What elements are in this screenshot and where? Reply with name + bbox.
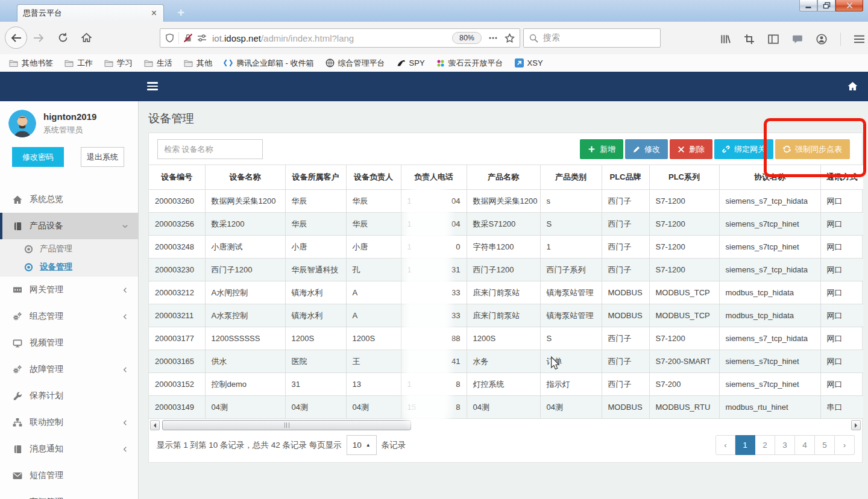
table-row[interactable]: 200003230西门子1200华辰智通科技孔131西门子1200西门子系列西门…: [149, 259, 863, 281]
logout-button[interactable]: 退出系统: [81, 147, 124, 167]
pagination-item[interactable]: ›: [835, 435, 855, 455]
scrollbar-thumb[interactable]: [162, 420, 411, 430]
sidebar-toggle-icon[interactable]: [768, 34, 779, 44]
chat-bubble-icon[interactable]: [792, 34, 803, 44]
delete-button[interactable]: 删除: [670, 139, 712, 159]
table-row[interactable]: 200003256数采1200华辰华辰104数采S71200S西门子S7-120…: [149, 213, 863, 236]
table-row[interactable]: 200003212A水闸控制镇海水利A33庶来门前泵站镇海泵站管理MODBUSM…: [149, 281, 863, 304]
close-button[interactable]: [835, 0, 863, 11]
pagination-page-active[interactable]: 1: [735, 435, 755, 455]
bookmark-item[interactable]: 学习: [104, 58, 133, 69]
scroll-left-arrow[interactable]: [150, 420, 160, 430]
minimize-button[interactable]: [799, 0, 817, 11]
scroll-right-arrow[interactable]: [851, 420, 861, 430]
pagination-item[interactable]: 2: [755, 435, 775, 455]
chevron-left-icon: [122, 419, 128, 426]
permissions-icon[interactable]: [197, 34, 207, 42]
pagination-item[interactable]: ‹: [715, 435, 735, 455]
library-icon[interactable]: [720, 34, 731, 45]
force-sync-button[interactable]: 强制同步点表: [775, 139, 850, 159]
table-row[interactable]: 200003248小唐测试小唐小唐10字符串12001西门子S7-1200sie…: [149, 236, 863, 259]
new-tab-button[interactable]: +: [171, 5, 190, 20]
book-icon: [12, 445, 23, 454]
cell-protocol: siemens_s7tcp_hinet: [719, 213, 820, 236]
table-row[interactable]: 200003260数据网关采集1200华辰华辰104数据网关采集1200s西门子…: [149, 190, 863, 213]
sidebar-item-label: 联动控制: [30, 417, 63, 428]
bookmark-item[interactable]: 工作: [64, 58, 93, 69]
screenshot-crop-icon[interactable]: [744, 34, 755, 45]
app-home-icon[interactable]: [848, 81, 858, 91]
column-header: 协议名称: [719, 165, 820, 190]
sidebar-item-overview[interactable]: 系统总览: [0, 186, 138, 213]
bookmark-item[interactable]: 萤石云开放平台: [436, 58, 503, 69]
sidebar-item-maintenance-plan[interactable]: 保养计划: [0, 383, 138, 409]
home-button[interactable]: [81, 33, 92, 43]
bookmark-item[interactable]: 生活: [144, 58, 172, 69]
browser-search-bar[interactable]: 搜索: [523, 28, 661, 48]
cell-id: 200003177: [149, 327, 205, 350]
cell-comm: 网口: [820, 281, 863, 304]
cell-product: 04测: [467, 396, 540, 419]
edit-button[interactable]: 修改: [625, 139, 668, 159]
page-size-value: 10: [353, 441, 362, 450]
phone-fragment-right: 33: [451, 288, 460, 297]
bookmark-item[interactable]: 腾讯企业邮箱 - 收件箱: [224, 58, 314, 69]
cell-name: A水泵控制: [205, 304, 285, 327]
cell-owner: 孔: [346, 259, 401, 281]
account-icon[interactable]: [816, 34, 827, 45]
url-bar[interactable]: iot.idosp.net/admin/index.html?lang 80%: [160, 28, 520, 48]
restore-button[interactable]: [817, 0, 835, 11]
sidebar-subitem-product-mgmt[interactable]: 产品管理: [0, 240, 138, 258]
sidebar-item-sms-mgmt[interactable]: 短信管理: [0, 462, 138, 489]
column-header: PLC品牌: [602, 165, 649, 190]
device-search-input[interactable]: [157, 139, 263, 159]
browser-tab[interactable]: 思普云平台 ×: [17, 4, 164, 22]
back-button[interactable]: [5, 27, 27, 49]
sidebar-item-workshop-mgmt[interactable]: 车间管理: [0, 489, 138, 499]
sidebar-item-config-mgmt[interactable]: 组态管理: [0, 303, 138, 330]
pagination-item[interactable]: 4: [795, 435, 815, 455]
sidebar-item-video-mgmt[interactable]: 视频管理: [0, 330, 138, 356]
sidebar-item-message-notify[interactable]: 消息通知: [0, 436, 138, 462]
insecure-lock-icon[interactable]: [183, 33, 193, 43]
sidebar-item-linkage-control[interactable]: 联动控制: [0, 409, 138, 436]
horizontal-scrollbar[interactable]: [149, 420, 861, 430]
sidebar-item-gateway-mgmt[interactable]: 网关管理: [0, 277, 138, 303]
sidebar-subitem-device-mgmt[interactable]: 设备管理: [0, 258, 138, 276]
forward-button[interactable]: [33, 33, 45, 43]
table-row[interactable]: 200003211A水泵控制镇海水利A33庶来门前泵站镇海泵站管理MODBUSM…: [149, 304, 863, 327]
bookmark-item[interactable]: XSY: [515, 58, 543, 67]
cell-plc_series: S7-1200: [649, 190, 719, 213]
bookmark-item[interactable]: SPY: [397, 58, 425, 67]
tab-close-icon[interactable]: ×: [150, 8, 158, 18]
sidebar-item-product-device[interactable]: 产品设备: [0, 213, 138, 239]
table-row[interactable]: 200003165供水医院王41水务订单西门子S7-200-SMARTsieme…: [149, 350, 863, 373]
table-row[interactable]: 2000031771200SSSSSS1200S1200S881200SS西门子…: [149, 327, 863, 350]
cell-plc_series: S7-1200: [649, 236, 719, 259]
table-row[interactable]: 20000314904测04测04测15804测04测MODBUSMODBUS_…: [149, 396, 863, 419]
pagination-item[interactable]: 5: [815, 435, 835, 455]
cell-product: 庶来门前泵站: [467, 304, 540, 327]
cell-phone: 104: [401, 213, 467, 236]
sidebar-item-fault-mgmt[interactable]: 故障管理: [0, 356, 138, 383]
change-password-button[interactable]: 修改密码: [12, 147, 64, 167]
tracking-shield-icon[interactable]: [165, 33, 174, 43]
cell-owner: 1200S: [346, 327, 401, 350]
sidebar-collapse-icon[interactable]: [147, 82, 158, 92]
page-actions-icon[interactable]: [489, 37, 497, 39]
pagination-item[interactable]: 3: [775, 435, 795, 455]
phone-fragment-right: 04: [451, 196, 460, 206]
add-button[interactable]: 新增: [580, 139, 623, 159]
bind-gateway-button[interactable]: 绑定网关: [714, 139, 773, 159]
reload-button[interactable]: [58, 33, 68, 43]
bookmark-star-icon[interactable]: [505, 33, 515, 43]
cell-customer: 镇海水利: [285, 304, 346, 327]
menu-hamburger-icon[interactable]: [854, 35, 864, 43]
bookmark-item[interactable]: 其他书签: [9, 58, 53, 69]
page-size-select[interactable]: 10 ▲: [347, 435, 377, 455]
bookmark-item[interactable]: 其他: [184, 58, 212, 69]
zoom-level-badge[interactable]: 80%: [452, 32, 482, 44]
cell-plc_series: MODBUS_TCP: [649, 281, 719, 304]
table-row[interactable]: 200003152控制demo311318灯控系统指示灯西门子S7-200sie…: [149, 373, 863, 396]
bookmark-item[interactable]: 综合管理平台: [326, 58, 385, 69]
